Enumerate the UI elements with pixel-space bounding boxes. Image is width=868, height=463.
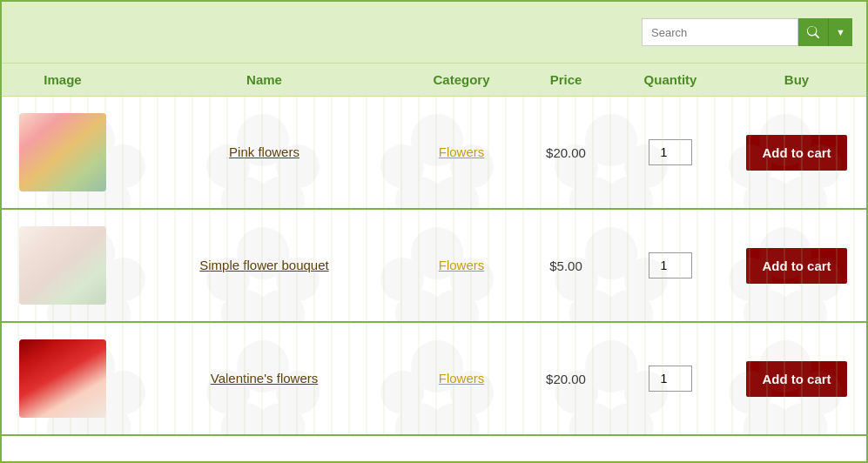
product-quantity-cell: [614, 366, 727, 392]
table-row: Pink flowers Flowers $20.00 Add to cart: [2, 97, 866, 210]
product-category-cell: Flowers: [405, 258, 518, 273]
search-button[interactable]: [798, 18, 828, 46]
product-image: [19, 226, 106, 305]
add-to-cart-cell: Add to cart: [727, 248, 866, 284]
product-name-link[interactable]: Simple flower bouquet: [199, 258, 328, 272]
product-name-cell: Valentine's flowers: [124, 362, 405, 395]
search-icon: [807, 26, 819, 38]
table-row: Simple flower bouquet Flowers $5.00 Add …: [2, 210, 866, 323]
col-price: Price: [518, 72, 614, 87]
product-category-link[interactable]: Flowers: [439, 258, 485, 272]
add-to-cart-button[interactable]: Add to cart: [746, 361, 846, 397]
col-buy: Buy: [727, 72, 866, 87]
product-name-cell: Pink flowers: [124, 136, 405, 169]
col-name: Name: [124, 72, 405, 87]
search-wrapper: ▼: [642, 18, 852, 46]
quantity-input[interactable]: [649, 252, 692, 278]
product-category-cell: Flowers: [405, 144, 518, 160]
quantity-input[interactable]: [649, 366, 692, 392]
header: ▼: [2, 2, 866, 63]
product-image-cell: [2, 331, 124, 426]
add-to-cart-cell: Add to cart: [727, 361, 866, 397]
product-category-link[interactable]: Flowers: [439, 144, 485, 159]
product-price: $5.00: [518, 258, 614, 273]
product-price: $20.00: [518, 145, 614, 160]
product-category-cell: Flowers: [405, 371, 518, 386]
table-row: Valentine's flowers Flowers $20.00 Add t…: [2, 323, 866, 436]
col-quantity: Quantity: [614, 72, 727, 87]
product-image-cell: [2, 104, 124, 200]
product-name-cell: Simple flower bouquet: [124, 249, 405, 282]
product-image: [19, 113, 106, 191]
col-category: Category: [405, 72, 518, 87]
col-image: Image: [2, 72, 124, 87]
add-to-cart-button[interactable]: Add to cart: [746, 248, 846, 284]
product-quantity-cell: [614, 139, 727, 165]
chevron-down-icon: ▼: [836, 27, 845, 37]
search-dropdown-button[interactable]: ▼: [828, 18, 852, 46]
add-to-cart-button[interactable]: Add to cart: [746, 135, 846, 171]
product-quantity-cell: [614, 252, 727, 278]
add-to-cart-cell: Add to cart: [727, 135, 866, 171]
product-image-cell: [2, 218, 124, 313]
product-image: [19, 339, 106, 418]
product-name-link[interactable]: Valentine's flowers: [211, 371, 318, 386]
search-input[interactable]: [642, 18, 798, 46]
table-header: Image Name Category Price Quantity Buy: [2, 63, 866, 97]
quantity-input[interactable]: [649, 139, 692, 165]
product-price: $20.00: [518, 372, 614, 386]
product-category-link[interactable]: Flowers: [439, 371, 485, 386]
product-name-link[interactable]: Pink flowers: [229, 144, 299, 159]
